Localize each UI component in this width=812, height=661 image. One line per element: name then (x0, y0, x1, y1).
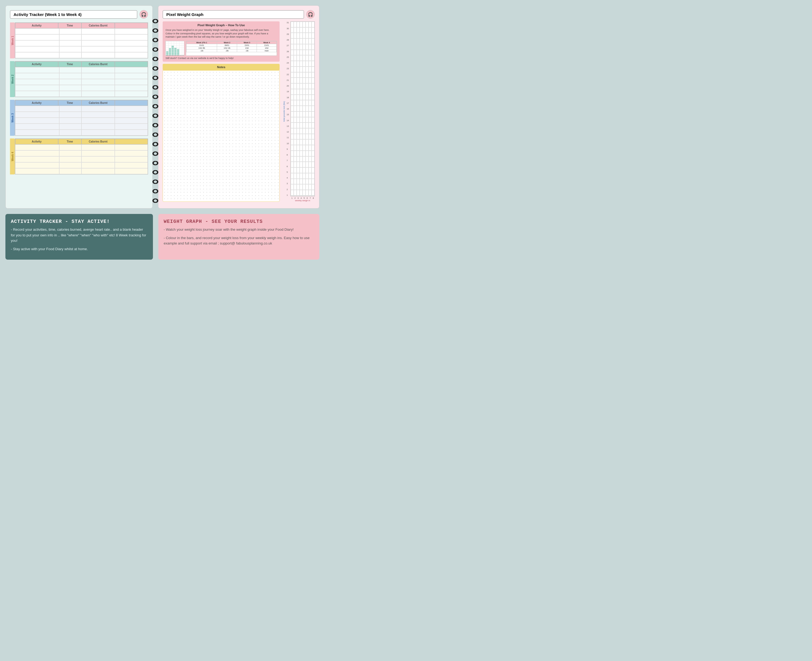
graph-grid-wrapper: 1 2 3 4 5 6 7 8 9 10 11 12 13 (286, 21, 315, 196)
y-label: 30 (287, 27, 290, 30)
y-label: 29 (287, 33, 290, 35)
week4-extra-header (115, 139, 148, 144)
y-label: 26 (287, 50, 290, 53)
y-label: 10 (287, 142, 290, 145)
how-to-use-title: Pixel Weight Graph – How To Use (165, 24, 277, 27)
coil (153, 123, 159, 128)
coil (153, 29, 159, 33)
y-label: 12 (287, 131, 290, 133)
pixel-graph-grid[interactable] (290, 21, 315, 196)
week2-data-rows (15, 67, 148, 97)
table-row (15, 168, 148, 174)
coil (153, 76, 159, 80)
week3-activity-header: Activity (15, 100, 58, 106)
x-label: 4 (300, 197, 301, 199)
table-cell: 01/01 (186, 44, 217, 46)
table-row (15, 29, 148, 34)
x-label: 3 (298, 197, 298, 199)
graph-grid-col: 1 2 3 4 5 6 7 8 9 10 11 12 13 (286, 21, 315, 202)
example-table: Week 1/To 1 Week 2 Week 3 Week 4 01/01 (186, 41, 277, 56)
week3-time-header: Time (58, 100, 82, 106)
y-label: 19 (287, 90, 290, 93)
bottom-left-text: - Record your activities, time, calories… (11, 227, 147, 252)
bottom-left-para2: - Stay active with your Food Diary whils… (11, 246, 147, 252)
y-axis-labels: 1 2 3 4 5 6 7 8 9 10 11 12 13 (286, 21, 290, 196)
table-cell: -1lb (237, 49, 257, 52)
coil (153, 38, 159, 42)
table-cell: 21/01 (257, 44, 277, 46)
table-row (15, 124, 148, 129)
bottom-left-para1: - Record your activities, time, calories… (11, 227, 147, 244)
notes-content-area[interactable] (163, 70, 280, 202)
y-label: 6 (287, 165, 290, 168)
table-row (15, 144, 148, 150)
coil (153, 104, 159, 109)
table-row: 14st 3lb 14st 1lb 14st 14st (186, 46, 277, 49)
week4-time-header: Time (58, 139, 82, 144)
y-label: 2 (287, 188, 290, 191)
y-label: 25 (287, 56, 290, 58)
y-label: 8 (287, 153, 290, 156)
y-label: 23 (287, 67, 290, 70)
table-row (15, 91, 148, 97)
bottom-right-para2: - Colour in the bars, and record your we… (164, 235, 314, 247)
coil (153, 189, 159, 193)
y-label: 5 (287, 171, 290, 173)
table-cell: -1lb (186, 49, 217, 52)
right-ear-icon: 🎧 (306, 10, 315, 19)
table-row (15, 150, 148, 156)
table-row (15, 67, 148, 73)
coil (153, 85, 159, 89)
coil (153, 161, 159, 165)
notes-title: Notes (165, 65, 277, 69)
y-label: 4 (287, 177, 290, 179)
y-axis-title-wrapper: total pounds lost (lbs) (282, 21, 286, 202)
week1-label: Week 1 (10, 22, 15, 58)
x-label: 8 (312, 197, 314, 199)
x-label: 7 (310, 197, 311, 199)
week2-time-header: Time (58, 61, 82, 67)
example-graph-mini (165, 41, 184, 56)
week4-content: Activity Time Calories Burnt (15, 139, 148, 174)
week3-content: Activity Time Calories Burnt (15, 100, 148, 136)
table-row (15, 112, 148, 118)
x-label: 2 (295, 197, 296, 199)
week2-activity-header: Activity (15, 61, 58, 67)
spiral-binding-right (153, 16, 159, 206)
table-row (15, 106, 148, 112)
y-label: 31 (287, 21, 290, 24)
table-row (15, 52, 148, 58)
coil (153, 19, 159, 23)
week2-header-row: Activity Time Calories Burnt (15, 61, 148, 67)
y-label: 24 (287, 62, 290, 64)
example-col-week1: Week 1/To 1 (186, 41, 217, 44)
week2-extra-header (115, 61, 148, 67)
week3-label: Week 3 (10, 100, 15, 136)
how-to-use-box: Pixel Weight Graph – How To Use Once you… (163, 21, 280, 62)
y-label: 14 (287, 119, 290, 122)
coil (153, 142, 159, 146)
left-ear-icon: 🎧 (139, 10, 148, 19)
activity-tracker-panel: Activity Tracker (Week 1 to Week 4) 🎧 We… (5, 5, 153, 209)
x-label: 1 (291, 197, 292, 199)
right-panel-header: Pixel Weight Graph 🎧 (163, 10, 315, 19)
week3-calories-header: Calories Burnt (82, 100, 115, 106)
x-label: 6 (307, 197, 308, 199)
table-row (15, 85, 148, 91)
right-panel-title: Pixel Weight Graph (163, 10, 304, 19)
coil (153, 57, 159, 61)
week1-time-header: Time (58, 23, 82, 29)
table-row (15, 79, 148, 85)
y-label: 21 (287, 79, 290, 81)
still-stuck-text: Still stuck? Contact us via our website … (165, 57, 277, 59)
y-label: 22 (287, 73, 290, 76)
table-row (15, 156, 148, 162)
coil (153, 47, 159, 52)
bottom-left-title: ACTIVITY TRACKER - STAY ACTIVE! (11, 219, 147, 224)
example-col-week4: Week 4 (257, 41, 277, 44)
activity-tracker-promo: ACTIVITY TRACKER - STAY ACTIVE! - Record… (5, 214, 153, 260)
week3-extra-header (115, 100, 148, 106)
week2-content: Activity Time Calories Burnt (15, 61, 148, 97)
week1-section: Week 1 Activity Time Calories Burnt (10, 22, 148, 58)
table-row: -1lb -2lb -1lb main (186, 49, 277, 52)
